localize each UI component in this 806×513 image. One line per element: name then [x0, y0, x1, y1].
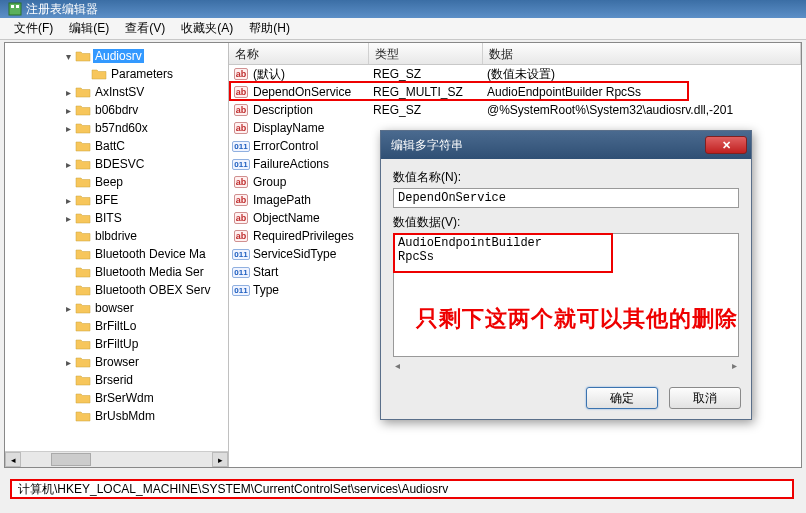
cell-name: ErrorControl [253, 139, 373, 153]
tree-item-label: Browser [93, 355, 141, 369]
expand-toggle[interactable]: ▸ [61, 303, 75, 314]
cell-name: DisplayName [253, 121, 373, 135]
tree-item-label: Audiosrv [93, 49, 144, 63]
expand-toggle[interactable]: ▸ [61, 123, 75, 134]
string-value-icon: ab [234, 176, 249, 188]
dialog-titlebar[interactable]: 编辑多字符串 ✕ [381, 131, 751, 159]
col-header-type[interactable]: 类型 [369, 43, 483, 64]
tree-item-label: BrFiltUp [93, 337, 140, 351]
col-header-name[interactable]: 名称 [229, 43, 369, 64]
menu-favorites[interactable]: 收藏夹(A) [173, 20, 241, 37]
folder-icon [75, 283, 91, 297]
binary-value-icon: 011 [232, 141, 249, 152]
tree-item[interactable]: ▸bowser [5, 299, 228, 317]
cancel-button[interactable]: 取消 [669, 387, 741, 409]
folder-icon [75, 193, 91, 207]
tree-item[interactable]: BrFiltUp [5, 335, 228, 353]
folder-icon [75, 301, 91, 315]
tree-item[interactable]: Brserid [5, 371, 228, 389]
tree-item[interactable]: ▾Audiosrv [5, 47, 228, 65]
tree-item[interactable]: BrUsbMdm [5, 407, 228, 425]
tree-item[interactable]: ▸b57nd60x [5, 119, 228, 137]
value-name-input[interactable] [393, 188, 739, 208]
tree-item-label: AxInstSV [93, 85, 146, 99]
tree-item[interactable]: BrFiltLo [5, 317, 228, 335]
dialog-title: 编辑多字符串 [391, 137, 463, 154]
tree-item-label: BrUsbMdm [93, 409, 157, 423]
cell-name: DependOnService [253, 85, 373, 99]
list-row[interactable]: abDependOnServiceREG_MULTI_SZAudioEndpoi… [229, 83, 801, 101]
cell-type: REG_SZ [373, 67, 487, 81]
folder-icon [75, 85, 91, 99]
menu-view[interactable]: 查看(V) [117, 20, 173, 37]
cell-name: ObjectName [253, 211, 373, 225]
tree-item[interactable]: ▸BFE [5, 191, 228, 209]
tree-item[interactable]: ▸BDESVC [5, 155, 228, 173]
tree-item-label: Parameters [109, 67, 175, 81]
expand-toggle[interactable]: ▸ [61, 213, 75, 224]
tree-item[interactable]: ▸BITS [5, 209, 228, 227]
tree-pane[interactable]: ▾AudiosrvParameters▸AxInstSV▸b06bdrv▸b57… [5, 43, 229, 467]
tree-item[interactable]: BrSerWdm [5, 389, 228, 407]
folder-icon [75, 373, 91, 387]
cell-data: AudioEndpointBuilder RpcSs [487, 85, 801, 99]
expand-toggle[interactable]: ▸ [61, 105, 75, 116]
tree-hscroll[interactable]: ◂ ▸ [5, 451, 228, 467]
tree-item-label: Beep [93, 175, 125, 189]
tree-item[interactable]: Beep [5, 173, 228, 191]
string-value-icon: ab [234, 122, 249, 134]
string-value-icon: ab [234, 86, 249, 98]
cell-name: Group [253, 175, 373, 189]
binary-value-icon: 011 [232, 285, 249, 296]
cell-name: (默认) [253, 66, 373, 83]
dialog-close-button[interactable]: ✕ [705, 136, 747, 154]
menu-edit[interactable]: 编辑(E) [61, 20, 117, 37]
binary-value-icon: 011 [232, 159, 249, 170]
col-header-data[interactable]: 数据 [483, 43, 801, 64]
tree-item-label: Bluetooth Device Ma [93, 247, 208, 261]
expand-toggle[interactable]: ▸ [61, 87, 75, 98]
cell-data: @%SystemRoot%\System32\audiosrv.dll,-201 [487, 103, 801, 117]
ok-button[interactable]: 确定 [586, 387, 658, 409]
expand-toggle[interactable]: ▸ [61, 357, 75, 368]
tree-item[interactable]: ▸Browser [5, 353, 228, 371]
tree-item[interactable]: blbdrive [5, 227, 228, 245]
value-data-textarea[interactable] [393, 233, 739, 357]
value-data-label: 数值数据(V): [393, 214, 739, 231]
tree-item[interactable]: Bluetooth Device Ma [5, 245, 228, 263]
list-header[interactable]: 名称 类型 数据 [229, 43, 801, 65]
expand-toggle[interactable]: ▸ [61, 159, 75, 170]
folder-icon [75, 355, 91, 369]
tree-item-label: Bluetooth Media Ser [93, 265, 206, 279]
svg-rect-1 [11, 5, 14, 8]
tree-item-label: Bluetooth OBEX Serv [93, 283, 212, 297]
tree-item[interactable]: Bluetooth Media Ser [5, 263, 228, 281]
scroll-right-button[interactable]: ▸ [212, 452, 228, 467]
folder-icon [75, 103, 91, 117]
folder-icon [75, 121, 91, 135]
scroll-thumb[interactable] [51, 453, 91, 466]
cell-name: ServiceSidType [253, 247, 373, 261]
scroll-left-button[interactable]: ◂ [5, 452, 21, 467]
svg-rect-2 [16, 5, 19, 8]
menu-file[interactable]: 文件(F) [6, 20, 61, 37]
tree-item[interactable]: Bluetooth OBEX Serv [5, 281, 228, 299]
window-titlebar: 注册表编辑器 [0, 0, 806, 18]
expand-toggle[interactable]: ▾ [61, 51, 75, 62]
list-row[interactable]: ab(默认)REG_SZ(数值未设置) [229, 65, 801, 83]
tree-item[interactable]: ▸AxInstSV [5, 83, 228, 101]
tree-item-label: BITS [93, 211, 124, 225]
tree-item-label: bowser [93, 301, 136, 315]
binary-value-icon: 011 [232, 267, 249, 278]
tree-item[interactable]: Parameters [5, 65, 228, 83]
folder-icon [75, 229, 91, 243]
folder-icon [75, 157, 91, 171]
tree-item[interactable]: ▸b06bdrv [5, 101, 228, 119]
folder-icon [75, 49, 91, 63]
tree-item[interactable]: BattC [5, 137, 228, 155]
cell-name: ImagePath [253, 193, 373, 207]
menu-help[interactable]: 帮助(H) [241, 20, 298, 37]
list-row[interactable]: abDescriptionREG_SZ@%SystemRoot%\System3… [229, 101, 801, 119]
expand-toggle[interactable]: ▸ [61, 195, 75, 206]
folder-icon [75, 409, 91, 423]
